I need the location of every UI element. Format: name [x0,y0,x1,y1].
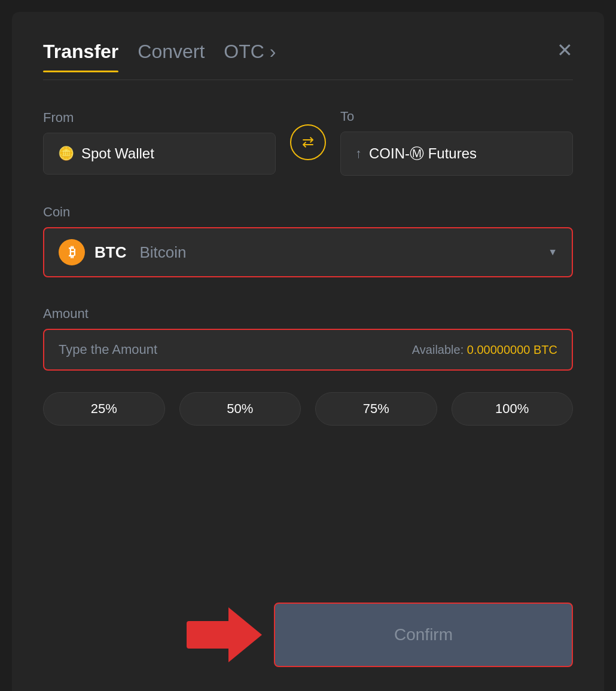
tab-transfer[interactable]: Transfer [43,41,118,70]
coin-symbol: BTC [94,243,126,262]
header-divider [43,80,573,80]
amount-box: Available: 0.00000000 BTC [43,329,573,371]
swap-icon: ⇄ [302,134,314,151]
from-wallet-selector[interactable]: 🪙 Spot Wallet [43,133,276,175]
tab-convert[interactable]: Convert [138,41,205,70]
swap-button[interactable]: ⇄ [290,124,326,160]
available-label: Available: [412,343,463,356]
arrow-head [228,607,262,662]
available-value: 0.00000000 BTC [467,343,557,356]
tab-otc[interactable]: OTC › [224,41,276,70]
transfer-modal: Transfer Convert OTC › ✕ From 🪙 Spot Wal… [12,12,604,691]
from-group: From 🪙 Spot Wallet [43,110,276,175]
chevron-down-icon: ▼ [548,247,557,258]
coin-label: Coin [43,204,573,220]
amount-section: Amount Available: 0.00000000 BTC [43,306,573,371]
arrow-area [43,607,274,662]
pct-75-button[interactable]: 75% [315,392,437,426]
to-wallet-name: COIN-Ⓜ Futures [369,144,477,163]
pct-25-button[interactable]: 25% [43,392,165,426]
btc-icon: ₿ [59,239,85,265]
to-wallet-selector[interactable]: ↑ COIN-Ⓜ Futures [340,132,573,176]
confirm-button[interactable]: Confirm [274,603,573,667]
pct-50-button[interactable]: 50% [179,392,301,426]
from-to-section: From 🪙 Spot Wallet ⇄ To ↑ COIN-Ⓜ Futures [43,109,573,176]
coin-full-name: Bitcoin [139,243,186,262]
bottom-section: Confirm [43,603,573,667]
amount-label: Amount [43,306,573,322]
from-label: From [43,110,276,126]
percentage-buttons: 25% 50% 75% 100% [43,392,573,426]
to-label: To [340,109,573,124]
arrow-body [187,621,228,649]
futures-icon: ↑ [355,146,362,161]
available-text: Available: 0.00000000 BTC [412,343,557,357]
to-group: To ↑ COIN-Ⓜ Futures [340,109,573,176]
amount-input[interactable] [59,342,412,357]
coin-selector[interactable]: ₿ BTC Bitcoin ▼ [43,227,573,277]
tab-group: Transfer Convert OTC › [43,41,573,70]
red-arrow-indicator [187,607,262,662]
coin-section: Coin ₿ BTC Bitcoin ▼ [43,204,573,277]
from-wallet-name: Spot Wallet [81,145,154,162]
header: Transfer Convert OTC › ✕ [43,41,573,70]
close-button[interactable]: ✕ [557,41,573,60]
pct-100-button[interactable]: 100% [452,392,574,426]
wallet-card-icon: 🪙 [58,146,74,161]
